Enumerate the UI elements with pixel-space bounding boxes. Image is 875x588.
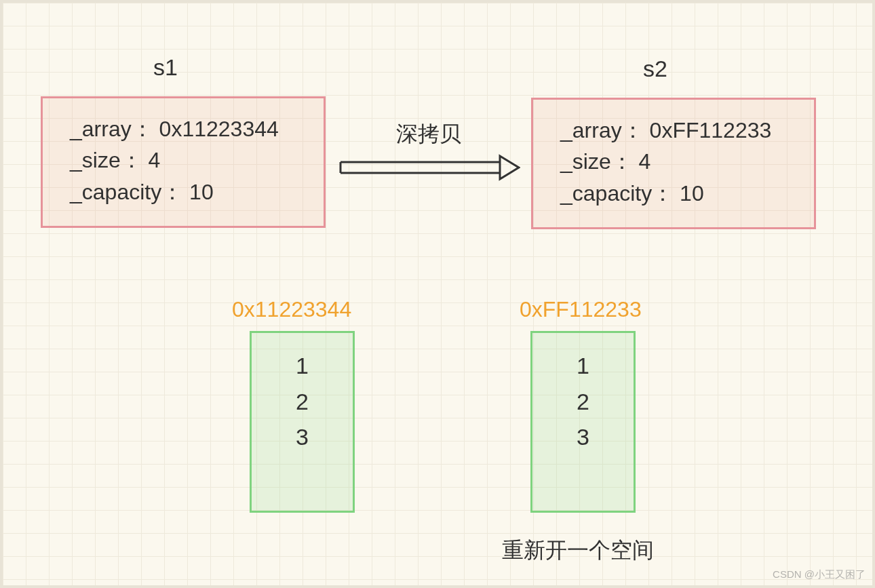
s2-array-label: _array： [560, 118, 644, 142]
s1-capacity-label: _capacity： [70, 180, 183, 204]
s1-capacity-value: 10 [189, 180, 214, 204]
s1-size-label: _size： [70, 148, 142, 172]
left-memory-value-2: 3 [252, 419, 353, 455]
deep-copy-arrow: 深拷贝 [337, 119, 520, 184]
left-memory-value-1: 2 [252, 384, 353, 420]
s1-size-value: 4 [149, 148, 161, 172]
left-memory-box: 1 2 3 [250, 331, 355, 513]
s1-array-row: _array： 0x11223344 [70, 113, 303, 144]
arrow-icon [337, 153, 520, 182]
right-memory-box: 1 2 3 [530, 331, 636, 513]
s2-box: _array： 0xFF112233 _size： 4 _capacity： 1… [531, 98, 816, 229]
s2-array-row: _array： 0xFF112233 [560, 115, 794, 146]
s1-box: _array： 0x11223344 _size： 4 _capacity： 1… [41, 96, 326, 228]
s2-title: s2 [643, 56, 667, 82]
s2-capacity-value: 10 [680, 181, 704, 205]
s1-size-row: _size： 4 [70, 144, 303, 176]
s1-capacity-row: _capacity： 10 [70, 176, 303, 208]
s2-size-row: _size： 4 [560, 146, 794, 177]
left-memory-address: 0x11223344 [232, 297, 351, 322]
s2-size-value: 4 [639, 149, 651, 174]
right-memory-address: 0xFF112233 [520, 297, 642, 322]
s2-size-label: _size： [560, 149, 633, 174]
right-memory-value-2: 3 [532, 419, 634, 455]
s2-capacity-row: _capacity： 10 [560, 178, 794, 209]
arrow-label: 深拷贝 [337, 119, 520, 149]
diagram-canvas: s1 s2 _array： 0x11223344 _size： 4 _capac… [0, 0, 875, 588]
right-memory-value-1: 2 [532, 384, 634, 420]
svg-marker-3 [500, 156, 519, 179]
s1-title: s1 [153, 54, 178, 81]
left-memory-value-0: 1 [252, 348, 353, 384]
s2-capacity-label: _capacity： [560, 181, 674, 205]
s2-array-value: 0xFF112233 [650, 118, 772, 142]
caption: 重新开一个空间 [502, 536, 654, 566]
right-memory-value-0: 1 [532, 348, 634, 384]
watermark: CSDN @小王又困了 [773, 568, 866, 581]
s1-array-value: 0x11223344 [159, 117, 279, 141]
s1-array-label: _array： [70, 117, 153, 141]
